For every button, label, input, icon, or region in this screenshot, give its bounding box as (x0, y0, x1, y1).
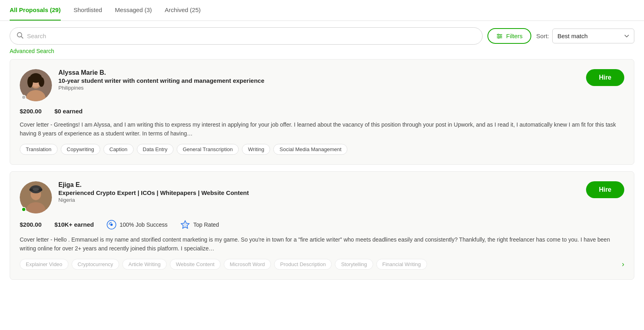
hire-button-alyssa[interactable]: Hire (586, 69, 624, 86)
tab-shortlisted[interactable]: Shortlisted (74, 0, 102, 20)
avatar-wrapper-ejiga (20, 181, 52, 213)
skill-tag[interactable]: Financial Writing (376, 259, 427, 270)
card-info-ejiga: Ejiga E. Experienced Crypto Expert | ICO… (58, 181, 580, 203)
earned-stat-alyssa: $0 earned (54, 108, 83, 115)
earned-value-ejiga: $10K+ earned (54, 221, 94, 228)
svg-point-6 (500, 35, 502, 37)
svg-point-5 (498, 34, 499, 35)
skill-tag[interactable]: Website Content (170, 259, 221, 270)
skill-tag[interactable]: Article Writing (122, 259, 167, 270)
status-dot-ejiga (21, 207, 26, 212)
freelancer-name-ejiga: Ejiga E. (58, 181, 580, 189)
search-box (10, 27, 483, 45)
avatar-wrapper-alyssa (20, 69, 52, 101)
earned-value-alyssa: $0 earned (54, 108, 83, 115)
filters-button[interactable]: Filters (487, 28, 531, 44)
stats-row-ejiga: $200.00 $10K+ earned 100% Job Success To… (20, 220, 624, 230)
card-top-row: Alyssa Marie B. 10-year student writer w… (20, 69, 624, 101)
sort-label: Sort: (536, 33, 549, 39)
filters-label: Filters (506, 33, 522, 39)
top-rated-badge: Top Rated (180, 220, 219, 230)
rate-value-alyssa: $200.00 (20, 108, 41, 115)
job-success-badge: 100% Job Success (107, 220, 167, 230)
freelancer-name-alyssa: Alyssa Marie B. (58, 69, 580, 76)
search-area: Filters Sort: Best match Hourly rate: lo… (0, 21, 644, 46)
tab-all-proposals[interactable]: All Proposals (29) (10, 0, 61, 20)
tab-messaged[interactable]: Messaged (3) (115, 0, 152, 20)
skills-row-alyssa: Translation Copywriting Caption Data Ent… (20, 144, 624, 155)
svg-point-14 (39, 77, 44, 87)
tab-archived[interactable]: Archived (25) (165, 0, 200, 20)
rate-stat-alyssa: $200.00 (20, 108, 41, 115)
skill-tag[interactable]: Microsoft Word (224, 259, 271, 270)
top-rated-text: Top Rated (193, 221, 219, 228)
cover-letter-alyssa: Cover letter - Greetings! I am Alyssa, a… (20, 120, 624, 138)
proposal-tabs: All Proposals (29) Shortlisted Messaged … (0, 0, 644, 21)
skill-tag[interactable]: Translation (20, 144, 58, 155)
skills-chevron-right[interactable]: › (622, 260, 624, 269)
sort-select[interactable]: Best match Hourly rate: low to high Hour… (552, 29, 634, 43)
skills-row-ejiga: Explainer Video Cryptocurrency Article W… (20, 259, 624, 270)
skill-tag[interactable]: Product Description (274, 259, 332, 270)
status-dot-alyssa (21, 95, 26, 100)
skill-tag[interactable]: Cryptocurrency (72, 259, 119, 270)
stats-row-alyssa: $200.00 $0 earned (20, 108, 624, 115)
proposals-list: Alyssa Marie B. 10-year student writer w… (0, 59, 644, 280)
proposal-card-ejiga: Ejiga E. Experienced Crypto Expert | ICO… (10, 171, 634, 280)
svg-point-20 (33, 188, 39, 191)
hire-button-ejiga[interactable]: Hire (586, 181, 624, 198)
cover-letter-ejiga: Cover letter - Hello . Emmanuel is my na… (20, 235, 624, 253)
skill-tag[interactable]: Copywriting (61, 144, 100, 155)
proposal-card-alyssa: Alyssa Marie B. 10-year student writer w… (10, 59, 634, 165)
search-input[interactable] (27, 33, 476, 39)
freelancer-location-alyssa: Philippines (58, 85, 580, 91)
skill-tag[interactable]: Data Entry (137, 144, 173, 155)
search-icon (17, 32, 24, 40)
rate-value-ejiga: $200.00 (20, 221, 41, 228)
svg-line-1 (21, 37, 23, 39)
skill-tag[interactable]: Caption (103, 144, 134, 155)
job-success-text: 100% Job Success (120, 221, 167, 228)
skill-tag[interactable]: Storytelling (335, 259, 373, 270)
skill-tag[interactable]: Social Media Management (273, 144, 347, 155)
sort-area: Sort: Best match Hourly rate: low to hig… (536, 29, 634, 43)
freelancer-location-ejiga: Nigeria (58, 197, 580, 203)
job-success-icon (107, 220, 116, 230)
advanced-search-link[interactable]: Advanced Search (0, 46, 644, 59)
card-info-alyssa: Alyssa Marie B. 10-year student writer w… (58, 69, 580, 91)
skill-tag[interactable]: General Transcription (177, 144, 239, 155)
top-rated-icon (180, 220, 190, 230)
skill-tag[interactable]: Explainer Video (20, 259, 68, 270)
filters-icon (496, 33, 503, 39)
freelancer-title-ejiga: Experienced Crypto Expert | ICOs | White… (58, 189, 580, 196)
svg-point-7 (498, 37, 500, 38)
skill-tag[interactable]: Writing (242, 144, 270, 155)
freelancer-title-alyssa: 10-year student writer with content writ… (58, 77, 580, 84)
svg-point-22 (110, 223, 113, 226)
rate-stat-ejiga: $200.00 (20, 221, 41, 228)
svg-point-13 (27, 76, 33, 88)
card-top-row-ejiga: Ejiga E. Experienced Crypto Expert | ICO… (20, 181, 624, 213)
earned-stat-ejiga: $10K+ earned (54, 221, 94, 228)
